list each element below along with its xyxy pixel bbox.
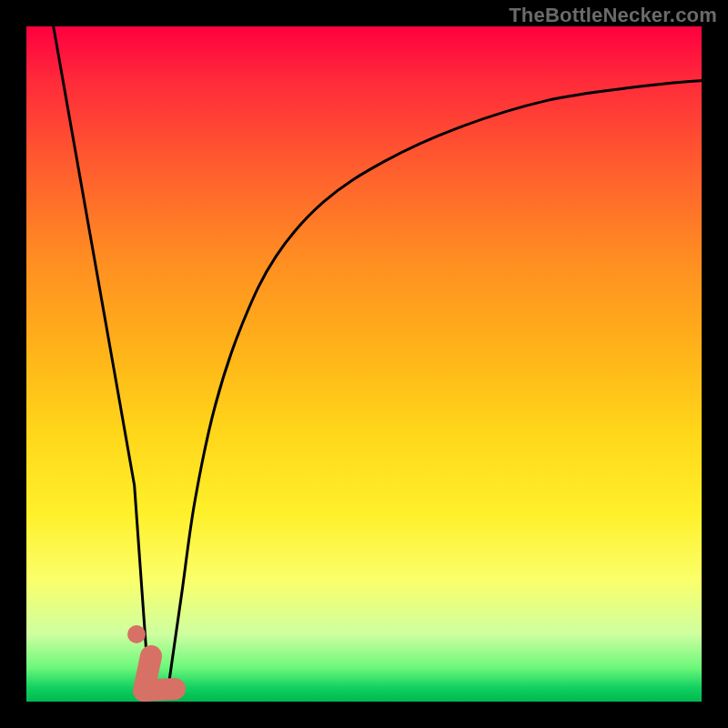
- plot-area: [26, 26, 702, 702]
- curve-left-branch: [54, 26, 148, 674]
- watermark-text: TheBottleNecker.com: [509, 4, 717, 27]
- chart-svg: [26, 26, 702, 702]
- chart-frame: TheBottleNecker.com: [0, 0, 728, 728]
- curve-right-branch: [168, 80, 702, 688]
- optimal-marker-dot: [127, 625, 146, 643]
